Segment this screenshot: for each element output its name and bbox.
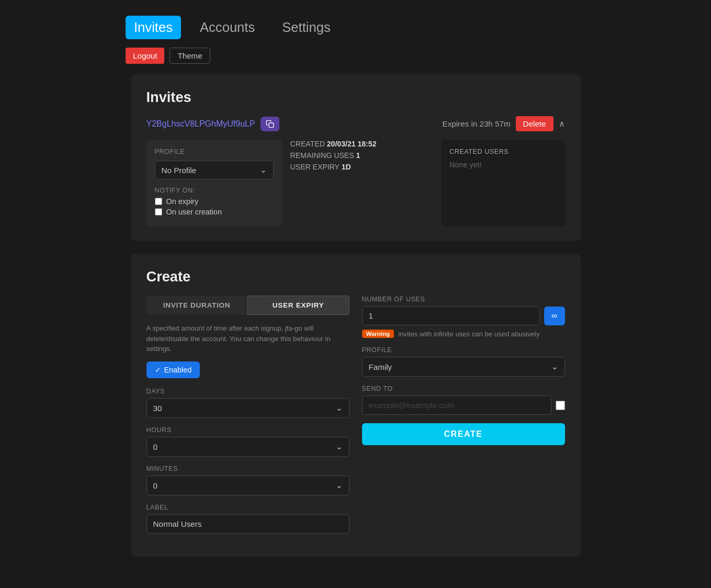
theme-button[interactable]: Theme — [170, 48, 210, 64]
meta-section: CREATED 20/03/21 18:52 REMAINING USES 1 … — [290, 140, 433, 227]
on-user-creation-row: On user creation — [155, 208, 274, 216]
created-label: CREATED — [290, 140, 325, 148]
send-to-label: SEND TO — [362, 385, 565, 392]
profile-chevron-icon: ⌄ — [260, 165, 267, 175]
minutes-value: 0 — [153, 481, 157, 490]
top-navigation: Invites Accounts Settings — [0, 10, 711, 44]
tab-invites[interactable]: Invites — [126, 16, 181, 39]
send-to-input[interactable] — [362, 395, 551, 415]
invite-details: PROFILE No Profile ⌄ NOTIFY ON: On expir… — [146, 140, 565, 227]
duration-tab-row: INVITE DURATION USER EXPIRY — [146, 296, 349, 315]
minutes-select[interactable]: 0 ⌄ — [146, 476, 349, 495]
user-expiry-value: 1D — [342, 163, 351, 171]
send-to-group: SEND TO — [362, 385, 565, 415]
warning-row: Warning invites with infinite uses can b… — [362, 330, 565, 338]
days-label: DAYS — [146, 388, 349, 395]
profile-select[interactable]: No Profile ⌄ — [155, 161, 274, 179]
days-chevron-icon: ⌄ — [336, 403, 343, 413]
hours-chevron-icon: ⌄ — [336, 442, 343, 451]
number-of-uses-input[interactable] — [362, 306, 540, 325]
tab-user-expiry[interactable]: USER EXPIRY — [247, 296, 349, 315]
tab-accounts[interactable]: Accounts — [191, 16, 263, 39]
create-profile-value: Family — [369, 363, 392, 371]
label-field-group: LABEL — [146, 504, 349, 534]
user-expiry-label: USER EXPIRY — [290, 163, 340, 171]
label-input[interactable] — [146, 514, 349, 534]
number-of-uses-group: NUMBER OF USES ∞ Warning invites with in… — [362, 296, 565, 338]
enabled-button[interactable]: ✓ Enabled — [146, 361, 200, 378]
collapse-button[interactable]: ∧ — [559, 119, 565, 129]
expiry-text: Expires in 23h 57m — [443, 119, 511, 128]
create-grid: INVITE DURATION USER EXPIRY A specified … — [146, 296, 565, 542]
create-profile-label: PROFILE — [362, 346, 565, 354]
hours-label: HOURS — [146, 426, 349, 434]
tab-invite-duration[interactable]: INVITE DURATION — [146, 296, 247, 315]
checkmark-icon: ✓ — [155, 366, 161, 374]
enabled-label: Enabled — [164, 366, 192, 374]
profile-label: PROFILE — [155, 148, 274, 155]
number-of-uses-label: NUMBER OF USES — [362, 296, 565, 303]
remaining-uses-value: 1 — [356, 151, 360, 160]
invite-link[interactable]: Y2BgLhscV8LPGhMyUf9uLP — [146, 119, 255, 129]
create-right: NUMBER OF USES ∞ Warning invites with in… — [362, 296, 565, 542]
user-expiry-line: USER EXPIRY 1D — [290, 163, 433, 171]
logout-button[interactable]: Logout — [126, 48, 164, 64]
infinity-button[interactable]: ∞ — [544, 307, 565, 325]
created-line: CREATED 20/03/21 18:52 — [290, 140, 433, 148]
days-select[interactable]: 30 ⌄ — [146, 398, 349, 418]
send-to-row — [362, 395, 565, 415]
create-profile-group: PROFILE Family ⌄ — [362, 346, 565, 377]
created-users-empty: None yet! — [449, 161, 556, 169]
create-title: Create — [146, 268, 565, 285]
create-profile-select[interactable]: Family ⌄ — [362, 357, 565, 377]
on-user-creation-label: On user creation — [166, 208, 222, 216]
create-button[interactable]: CREATE — [362, 423, 565, 445]
on-expiry-checkbox[interactable] — [155, 198, 162, 205]
create-profile-chevron-icon: ⌄ — [551, 362, 558, 371]
minutes-field-group: MINUTES 0 ⌄ — [146, 465, 349, 495]
minutes-label: MINUTES — [146, 465, 349, 472]
invites-title: Invites — [146, 89, 565, 106]
send-to-checkbox[interactable] — [556, 401, 565, 410]
delete-invite-button[interactable]: Delete — [516, 116, 554, 131]
profile-value: No Profile — [162, 166, 197, 175]
label-label: LABEL — [146, 504, 349, 511]
create-card: Create INVITE DURATION USER EXPIRY A spe… — [131, 254, 581, 557]
hours-select[interactable]: 0 ⌄ — [146, 437, 349, 457]
notify-label: NOTIFY ON: — [155, 187, 274, 194]
number-of-uses-row: ∞ — [362, 306, 565, 325]
on-expiry-row: On expiry — [155, 197, 274, 206]
create-left: INVITE DURATION USER EXPIRY A specified … — [146, 296, 349, 542]
created-value: 20/03/21 18:52 — [327, 140, 377, 148]
svg-rect-0 — [269, 123, 274, 128]
hours-field-group: HOURS 0 ⌄ — [146, 426, 349, 457]
created-users-section: CREATED USERS None yet! — [441, 140, 565, 227]
remaining-uses-label: REMAINING USES — [290, 151, 354, 160]
days-field-group: DAYS 30 ⌄ — [146, 388, 349, 418]
created-users-title: CREATED USERS — [449, 148, 556, 155]
on-user-creation-checkbox[interactable] — [155, 208, 162, 216]
minutes-chevron-icon: ⌄ — [336, 481, 343, 490]
copy-invite-button[interactable] — [261, 117, 279, 131]
tab-settings[interactable]: Settings — [274, 16, 338, 39]
main-content: Invites Y2BgLhscV8LPGhMyUf9uLP Expires i… — [120, 74, 591, 557]
invites-card: Invites Y2BgLhscV8LPGhMyUf9uLP Expires i… — [131, 74, 581, 241]
expiry-description: A specified amount of time after each si… — [146, 323, 349, 354]
remaining-uses-line: REMAINING USES 1 — [290, 151, 433, 160]
on-expiry-label: On expiry — [166, 197, 199, 206]
warning-text: invites with infinite uses can be used a… — [398, 330, 539, 338]
sub-navigation: Logout Theme — [0, 44, 711, 74]
invite-row: Y2BgLhscV8LPGhMyUf9uLP Expires in 23h 57… — [146, 116, 565, 131]
profile-section: PROFILE No Profile ⌄ NOTIFY ON: On expir… — [146, 140, 282, 227]
days-value: 30 — [153, 404, 162, 413]
warning-badge: Warning — [362, 330, 394, 338]
hours-value: 0 — [153, 443, 157, 451]
